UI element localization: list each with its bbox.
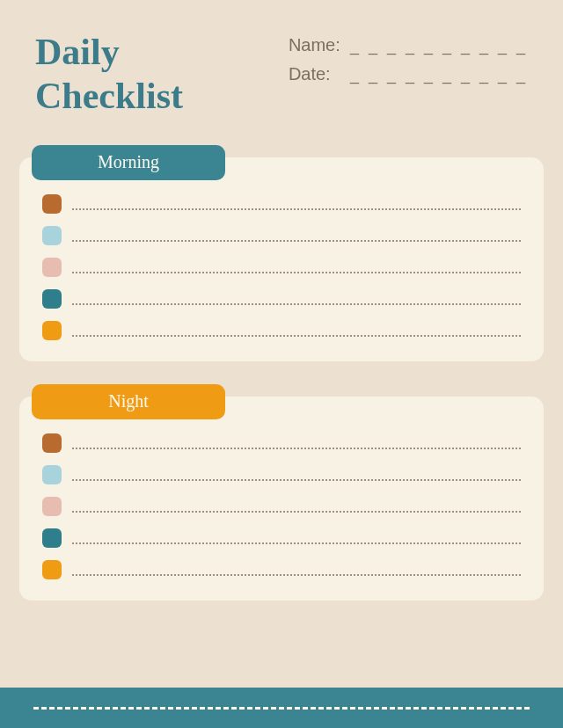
list-item [42, 528, 521, 548]
night-panel [19, 397, 544, 601]
write-line[interactable] [72, 261, 521, 273]
list-item [42, 560, 521, 579]
date-input-line[interactable]: _ _ _ _ _ _ _ _ _ _ [350, 66, 528, 84]
write-line[interactable] [72, 500, 521, 513]
footer-bar [0, 688, 563, 728]
write-line[interactable] [72, 437, 521, 449]
write-line[interactable] [72, 564, 521, 576]
checkbox-icon[interactable] [42, 497, 62, 516]
name-label: Name: [289, 35, 343, 55]
checkbox-icon[interactable] [42, 560, 62, 579]
title-line-2: Checklist [35, 74, 183, 118]
section-night: Night [19, 397, 544, 601]
write-line[interactable] [72, 229, 521, 242]
morning-tab: Morning [32, 145, 225, 180]
write-line[interactable] [72, 532, 521, 544]
section-morning: Morning [19, 157, 544, 361]
footer-dashed-line [33, 707, 529, 710]
list-item [42, 289, 521, 309]
header: Daily Checklist Name: _ _ _ _ _ _ _ _ _ … [0, 0, 563, 119]
night-tab: Night [32, 384, 225, 419]
name-row: Name: _ _ _ _ _ _ _ _ _ _ [289, 35, 528, 55]
checkbox-icon[interactable] [42, 194, 62, 214]
list-item [42, 321, 521, 340]
meta-block: Name: _ _ _ _ _ _ _ _ _ _ Date: _ _ _ _ … [289, 30, 528, 119]
write-line[interactable] [72, 198, 521, 210]
list-item [42, 433, 521, 453]
list-item [42, 258, 521, 277]
checkbox-icon[interactable] [42, 289, 62, 309]
checkbox-icon[interactable] [42, 258, 62, 277]
night-tab-label: Night [108, 391, 149, 411]
checkbox-icon[interactable] [42, 465, 62, 484]
page-title: Daily Checklist [35, 30, 183, 119]
checkbox-icon[interactable] [42, 321, 62, 340]
write-line[interactable] [72, 469, 521, 481]
write-line[interactable] [72, 324, 521, 337]
checkbox-icon[interactable] [42, 433, 62, 453]
morning-panel [19, 157, 544, 361]
checkbox-icon[interactable] [42, 226, 62, 245]
list-item [42, 497, 521, 516]
list-item [42, 226, 521, 245]
checkbox-icon[interactable] [42, 528, 62, 548]
date-label: Date: [289, 64, 343, 84]
date-row: Date: _ _ _ _ _ _ _ _ _ _ [289, 64, 528, 84]
list-item [42, 465, 521, 484]
write-line[interactable] [72, 293, 521, 305]
name-input-line[interactable]: _ _ _ _ _ _ _ _ _ _ [350, 37, 528, 55]
title-line-1: Daily [35, 30, 183, 74]
list-item [42, 194, 521, 214]
morning-tab-label: Morning [98, 152, 159, 172]
